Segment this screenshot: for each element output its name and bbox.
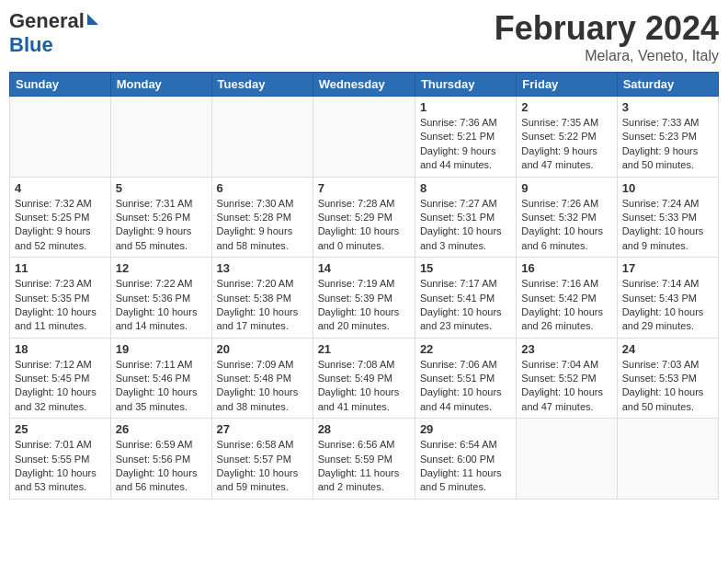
day-number: 1 — [420, 100, 511, 114]
weekday-header-sunday: Sunday — [10, 73, 111, 97]
day-number: 21 — [318, 342, 410, 356]
calendar-cell: 20Sunrise: 7:09 AM Sunset: 5:48 PM Dayli… — [211, 338, 313, 419]
calendar-cell: 15Sunrise: 7:17 AM Sunset: 5:41 PM Dayli… — [415, 258, 516, 339]
day-number: 7 — [318, 181, 410, 195]
day-detail: Sunrise: 7:14 AM Sunset: 5:43 PM Dayligh… — [622, 277, 713, 334]
day-number: 10 — [622, 181, 713, 195]
calendar-cell: 16Sunrise: 7:16 AM Sunset: 5:42 PM Dayli… — [517, 258, 617, 339]
day-detail: Sunrise: 6:54 AM Sunset: 6:00 PM Dayligh… — [420, 438, 511, 495]
day-detail: Sunrise: 7:23 AM Sunset: 5:35 PM Dayligh… — [15, 277, 106, 334]
logo-general-text: General — [9, 9, 85, 33]
day-number: 20 — [217, 342, 308, 356]
calendar-cell: 14Sunrise: 7:19 AM Sunset: 5:39 PM Dayli… — [313, 258, 415, 339]
day-number: 14 — [318, 261, 410, 275]
calendar-week-row: 11Sunrise: 7:23 AM Sunset: 5:35 PM Dayli… — [10, 258, 719, 339]
day-detail: Sunrise: 7:32 AM Sunset: 5:25 PM Dayligh… — [15, 197, 106, 254]
calendar-cell: 23Sunrise: 7:04 AM Sunset: 5:52 PM Dayli… — [517, 338, 617, 419]
day-detail: Sunrise: 7:31 AM Sunset: 5:26 PM Dayligh… — [116, 197, 207, 254]
calendar-cell: 18Sunrise: 7:12 AM Sunset: 5:45 PM Dayli… — [10, 338, 111, 419]
title-block: February 2024 Melara, Veneto, Italy — [495, 9, 719, 64]
weekday-header-tuesday: Tuesday — [211, 73, 313, 97]
calendar-cell: 13Sunrise: 7:20 AM Sunset: 5:38 PM Dayli… — [211, 258, 313, 339]
calendar-cell: 22Sunrise: 7:06 AM Sunset: 5:51 PM Dayli… — [415, 338, 516, 419]
day-number: 5 — [116, 181, 207, 195]
calendar-title: February 2024 — [495, 9, 719, 48]
day-number: 6 — [217, 181, 308, 195]
day-number: 23 — [521, 342, 611, 356]
calendar-cell — [517, 419, 617, 500]
weekday-header-row: SundayMondayTuesdayWednesdayThursdayFrid… — [10, 73, 719, 97]
day-number: 26 — [116, 422, 207, 436]
calendar-cell: 28Sunrise: 6:56 AM Sunset: 5:59 PM Dayli… — [313, 419, 415, 500]
calendar-cell: 6Sunrise: 7:30 AM Sunset: 5:28 PM Daylig… — [211, 177, 313, 258]
day-detail: Sunrise: 7:04 AM Sunset: 5:52 PM Dayligh… — [521, 358, 611, 415]
day-detail: Sunrise: 6:59 AM Sunset: 5:56 PM Dayligh… — [116, 438, 207, 495]
calendar-cell: 8Sunrise: 7:27 AM Sunset: 5:31 PM Daylig… — [415, 177, 516, 258]
day-detail: Sunrise: 7:11 AM Sunset: 5:46 PM Dayligh… — [116, 358, 207, 415]
day-detail: Sunrise: 7:36 AM Sunset: 5:21 PM Dayligh… — [420, 116, 511, 173]
calendar-cell: 19Sunrise: 7:11 AM Sunset: 5:46 PM Dayli… — [110, 338, 211, 419]
day-number: 22 — [420, 342, 511, 356]
day-detail: Sunrise: 7:27 AM Sunset: 5:31 PM Dayligh… — [420, 197, 511, 254]
calendar-cell — [313, 97, 415, 178]
day-number: 19 — [116, 342, 207, 356]
day-detail: Sunrise: 7:19 AM Sunset: 5:39 PM Dayligh… — [318, 277, 410, 334]
day-number: 25 — [15, 422, 106, 436]
calendar-cell: 17Sunrise: 7:14 AM Sunset: 5:43 PM Dayli… — [617, 258, 718, 339]
calendar-cell: 10Sunrise: 7:24 AM Sunset: 5:33 PM Dayli… — [617, 177, 718, 258]
weekday-header-wednesday: Wednesday — [313, 73, 415, 97]
calendar-cell: 7Sunrise: 7:28 AM Sunset: 5:29 PM Daylig… — [313, 177, 415, 258]
day-detail: Sunrise: 6:56 AM Sunset: 5:59 PM Dayligh… — [318, 438, 410, 495]
day-number: 2 — [521, 100, 611, 114]
logo-blue-text: Blue — [9, 33, 53, 57]
calendar-week-row: 1Sunrise: 7:36 AM Sunset: 5:21 PM Daylig… — [10, 97, 719, 178]
day-number: 15 — [420, 261, 511, 275]
calendar-cell: 27Sunrise: 6:58 AM Sunset: 5:57 PM Dayli… — [211, 419, 313, 500]
calendar-cell: 1Sunrise: 7:36 AM Sunset: 5:21 PM Daylig… — [415, 97, 516, 178]
calendar-cell — [10, 97, 111, 178]
day-detail: Sunrise: 7:22 AM Sunset: 5:36 PM Dayligh… — [116, 277, 207, 334]
calendar-cell: 9Sunrise: 7:26 AM Sunset: 5:32 PM Daylig… — [517, 177, 617, 258]
weekday-header-friday: Friday — [517, 73, 617, 97]
day-number: 18 — [15, 342, 106, 356]
calendar-cell: 11Sunrise: 7:23 AM Sunset: 5:35 PM Dayli… — [10, 258, 111, 339]
calendar-cell: 4Sunrise: 7:32 AM Sunset: 5:25 PM Daylig… — [10, 177, 111, 258]
calendar-week-row: 4Sunrise: 7:32 AM Sunset: 5:25 PM Daylig… — [10, 177, 719, 258]
day-detail: Sunrise: 7:12 AM Sunset: 5:45 PM Dayligh… — [15, 358, 106, 415]
day-number: 3 — [622, 100, 713, 114]
calendar-cell: 5Sunrise: 7:31 AM Sunset: 5:26 PM Daylig… — [110, 177, 211, 258]
day-detail: Sunrise: 7:09 AM Sunset: 5:48 PM Dayligh… — [217, 358, 308, 415]
day-number: 16 — [521, 261, 611, 275]
day-number: 11 — [15, 261, 106, 275]
day-detail: Sunrise: 7:06 AM Sunset: 5:51 PM Dayligh… — [420, 358, 511, 415]
calendar-week-row: 25Sunrise: 7:01 AM Sunset: 5:55 PM Dayli… — [10, 419, 719, 500]
calendar-table: SundayMondayTuesdayWednesdayThursdayFrid… — [9, 72, 719, 500]
calendar-cell — [110, 97, 211, 178]
weekday-header-thursday: Thursday — [415, 73, 516, 97]
page-header: General Blue February 2024 Melara, Venet… — [9, 9, 719, 64]
day-detail: Sunrise: 7:16 AM Sunset: 5:42 PM Dayligh… — [521, 277, 611, 334]
weekday-header-saturday: Saturday — [617, 73, 718, 97]
calendar-cell: 21Sunrise: 7:08 AM Sunset: 5:49 PM Dayli… — [313, 338, 415, 419]
day-detail: Sunrise: 7:17 AM Sunset: 5:41 PM Dayligh… — [420, 277, 511, 334]
day-detail: Sunrise: 7:35 AM Sunset: 5:22 PM Dayligh… — [521, 116, 611, 173]
day-detail: Sunrise: 7:28 AM Sunset: 5:29 PM Dayligh… — [318, 197, 410, 254]
day-number: 12 — [116, 261, 207, 275]
weekday-header-monday: Monday — [110, 73, 211, 97]
day-detail: Sunrise: 7:03 AM Sunset: 5:53 PM Dayligh… — [622, 358, 713, 415]
calendar-cell: 29Sunrise: 6:54 AM Sunset: 6:00 PM Dayli… — [415, 419, 516, 500]
calendar-cell — [211, 97, 313, 178]
calendar-week-row: 18Sunrise: 7:12 AM Sunset: 5:45 PM Dayli… — [10, 338, 719, 419]
day-number: 27 — [217, 422, 308, 436]
day-detail: Sunrise: 7:01 AM Sunset: 5:55 PM Dayligh… — [15, 438, 106, 495]
day-number: 17 — [622, 261, 713, 275]
day-number: 9 — [521, 181, 611, 195]
calendar-cell: 2Sunrise: 7:35 AM Sunset: 5:22 PM Daylig… — [517, 97, 617, 178]
day-detail: Sunrise: 7:33 AM Sunset: 5:23 PM Dayligh… — [622, 116, 713, 173]
day-detail: Sunrise: 7:08 AM Sunset: 5:49 PM Dayligh… — [318, 358, 410, 415]
day-number: 29 — [420, 422, 511, 436]
calendar-cell: 26Sunrise: 6:59 AM Sunset: 5:56 PM Dayli… — [110, 419, 211, 500]
logo-triangle-icon — [87, 14, 98, 25]
day-number: 8 — [420, 181, 511, 195]
day-detail: Sunrise: 7:30 AM Sunset: 5:28 PM Dayligh… — [217, 197, 308, 254]
